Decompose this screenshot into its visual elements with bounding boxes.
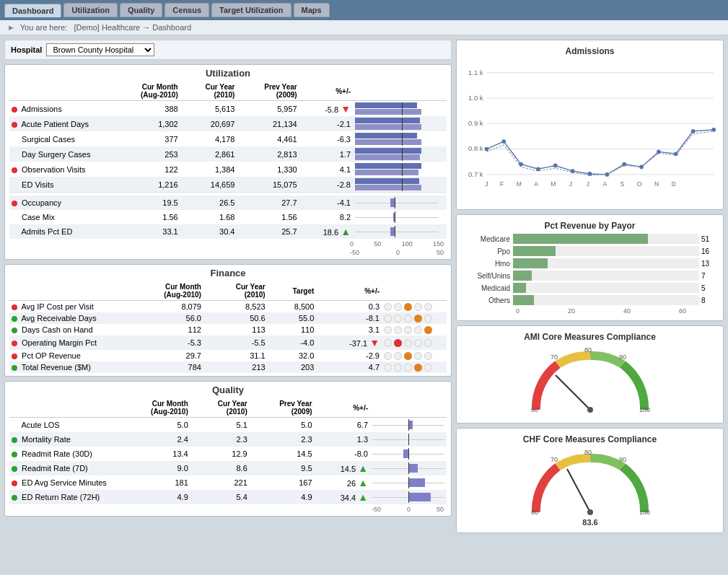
util-row-chart (353, 177, 447, 193)
util-axis2-50: 50 (437, 249, 444, 256)
svg-text:O: O (637, 180, 642, 188)
payor-bar-bg (513, 246, 699, 256)
nav-tab-utilization[interactable]: Utilization (63, 3, 118, 17)
fin-row-curmonth: 56.0 (125, 312, 203, 324)
svg-text:90: 90 (619, 354, 626, 361)
qual-row-chart (370, 418, 447, 433)
util-row: Day Surgery Cases 253 2,861 2,813 1.7 (9, 146, 447, 162)
admissions-chart: 1.1 k 1.0 k 0.9 k 0.8 k 0.7 k (462, 59, 717, 203)
util-row-chart (353, 146, 447, 162)
qual-col-name (9, 398, 118, 418)
svg-point-37 (587, 407, 593, 413)
payor-value: 5 (699, 284, 717, 292)
svg-point-17 (605, 172, 609, 177)
svg-point-15 (571, 169, 575, 173)
util-row-prevyear: 5,957 (237, 101, 299, 117)
qual-row-curyear: 5.4 (190, 490, 250, 504)
fin-col-pct: %+/- (316, 281, 382, 301)
payor-row: Ppo 16 (462, 246, 717, 256)
util-row-curmonth: 33.1 (110, 224, 180, 239)
util-col-curmonth: Cur Month(Aug-2010) (110, 82, 180, 101)
payor-bar-bg (513, 295, 699, 305)
svg-point-23 (711, 128, 716, 132)
chf-gauge-svg: 60 70 80 90 100 83.6 (525, 447, 655, 527)
qual-row-name: Mortality Rate (9, 432, 118, 447)
quality-table: Cur Month(Aug-2010) Cur Year(2010) Prev … (9, 398, 447, 504)
fin-row-target: 55.0 (268, 312, 317, 324)
util-row: Case Mix 1.56 1.68 1.56 8.2 (9, 210, 447, 224)
util-row-pct: 4.1 (299, 162, 353, 177)
payor-chart: Medicare 51 Ppo 16 Hmo 13 Self/Unins 7 M (462, 234, 717, 305)
svg-text:80: 80 (584, 346, 592, 354)
payor-bar-bg (513, 271, 699, 281)
qual-row-curyear: 8.6 (190, 461, 250, 475)
svg-text:A: A (534, 180, 538, 188)
ami-gauge-wrapper: 60 70 80 90 100 77.9 (462, 345, 717, 417)
util-row-pct: 1.7 (299, 146, 353, 162)
util-row-name: Observation Visits (9, 162, 110, 177)
fin-row-curmonth: 29.7 (125, 350, 203, 361)
payor-value: 16 (699, 247, 717, 255)
util-row-chart (353, 224, 447, 239)
svg-text:J: J (569, 180, 572, 188)
payor-bar-fill (513, 271, 532, 281)
nav-tab-dashboard[interactable]: Dashboard (4, 4, 61, 17)
util-row-curyear: 5,613 (180, 101, 237, 117)
nav-tab-maps[interactable]: Maps (294, 3, 330, 17)
svg-text:N: N (654, 180, 659, 188)
fin-row-chart (382, 324, 447, 335)
qual-row-curyear: 221 (190, 475, 250, 490)
util-row: Acute Patient Days 1,302 20,697 21,134 -… (9, 116, 447, 131)
util-row-curyear: 20,697 (180, 116, 237, 131)
qual-row-chart (370, 490, 447, 504)
svg-text:77.9: 77.9 (582, 416, 597, 417)
payor-chart-title: Pct Revenue by Payor (462, 221, 717, 231)
util-row-prevyear: 4,461 (237, 131, 299, 146)
svg-text:100: 100 (639, 509, 650, 516)
qual-row-prevyear: 167 (250, 475, 315, 490)
nav-tab-quality[interactable]: Quality (120, 3, 162, 17)
svg-text:J: J (586, 180, 589, 188)
qual-row-prevyear: 5.0 (250, 418, 315, 433)
util-row: Occupancy 19.5 26.5 27.7 -4.1 (9, 196, 447, 210)
payor-bar-fill (513, 283, 526, 293)
fin-row: Pct OP Revenue 29.7 31.1 32.0 -2.9 (9, 350, 447, 361)
fin-col-name (9, 281, 125, 301)
util-row-chart (353, 162, 447, 177)
nav-tab-target-utilization[interactable]: Target Utilization (211, 3, 291, 17)
util-row-prevyear: 1,330 (237, 162, 299, 177)
admissions-chart-title: Admissions (462, 46, 717, 56)
util-axis2-neg50: -50 (350, 249, 359, 256)
qual-col-chart (370, 398, 447, 418)
svg-text:M: M (517, 180, 522, 188)
util-axis-150: 150 (433, 240, 444, 247)
util-row-curyear: 1,384 (180, 162, 237, 177)
hospital-select[interactable]: Brown County Hospital (46, 43, 154, 56)
util-col-pct: %+/- (299, 82, 353, 101)
nav-tab-census[interactable]: Census (165, 3, 209, 17)
qual-row-name: Readmit Rate (7D) (9, 461, 118, 475)
util-col-name (9, 82, 110, 101)
util-row-curyear: 30.4 (180, 224, 237, 239)
svg-text:F: F (500, 180, 504, 188)
breadcrumb: ► You are here: [Demo] Healthcare → Dash… (0, 20, 728, 35)
util-row-prevyear: 15,075 (237, 177, 299, 193)
payor-value: 7 (699, 272, 717, 280)
svg-point-21 (674, 152, 678, 156)
util-row-name: Admissions (9, 101, 110, 117)
util-row-pct: -2.1 (299, 116, 353, 131)
util-axis-0: 0 (350, 240, 354, 247)
qual-row-pct: 26 ▲ (315, 475, 370, 490)
finance-section: Finance Cur Month(Aug-2010) Cur Year(201… (4, 264, 452, 377)
payor-bar-bg (513, 234, 699, 244)
util-row-curmonth: 253 (110, 146, 180, 162)
qual-col-curmonth: Cur Month(Aug-2010) (118, 398, 190, 418)
fin-row-curyear: 31.1 (203, 350, 268, 361)
util-row: Surgical Cases 377 4,178 4,461 -6.3 (9, 131, 447, 146)
utilization-title: Utilization (9, 68, 447, 79)
fin-row-name: Pct OP Revenue (9, 350, 125, 361)
util-row-curmonth: 19.5 (110, 196, 180, 210)
util-row-curmonth: 1,216 (110, 177, 180, 193)
svg-point-12 (519, 162, 523, 167)
utilization-table: Cur Month(Aug-2010) Cur Year(2010) Prev … (9, 82, 447, 239)
